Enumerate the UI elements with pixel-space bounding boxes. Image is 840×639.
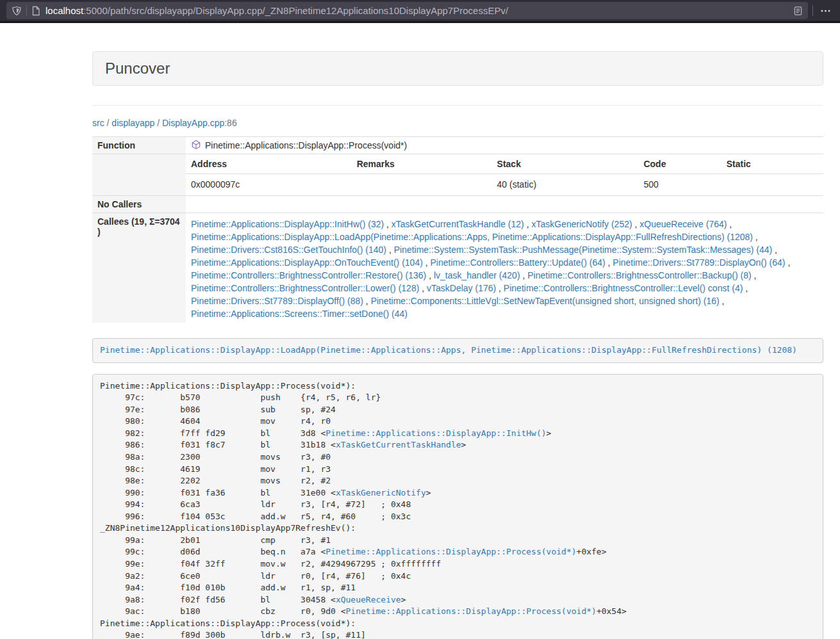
asm-link[interactable]: xTaskGenericNotify [336,488,426,497]
urlbar-divider [26,5,27,16]
breadcrumb-text: :86 [224,118,236,128]
callee-link[interactable]: Pinetime::Components::LittleVgl::SetNewT… [371,296,720,306]
breadcrumb: src / displayapp / DisplayApp.cpp:86 [92,118,823,128]
callee-link[interactable]: lv_task_handler (420) [434,270,520,280]
breadcrumb-text: / [154,118,162,128]
callee-link[interactable]: Pinetime::Controllers::BrightnessControl… [504,283,743,293]
callee-link[interactable]: Pinetime::Applications::DisplayApp::Load… [191,232,753,242]
asm-text: 9ae: f89d 300b ldrb.w r3, [sp, #11] [100,630,366,639]
url-host: localhost [45,5,83,16]
asm-text: _ZN8Pinetime12Applications10DisplayApp7R… [100,523,356,533]
stats-table: AddressRemarksStackCodeStatic 0x0000097c… [186,154,823,195]
callee-separator-text: , [419,283,427,293]
highlighted-callee-link[interactable]: Pinetime::Applications::DisplayApp::Load… [100,345,797,355]
callee-separator-text: , [384,219,391,229]
callee-separator-text: , [752,270,757,280]
breadcrumb-link[interactable]: src [92,118,104,128]
stats-cell: AddressRemarksStackCodeStatic 0x0000097c… [186,154,823,196]
function-name: Pinetime::Applications::DisplayApp::Proc… [205,140,407,150]
function-name-cell: Pinetime::Applications::DisplayApp::Proc… [186,137,823,154]
asm-text: > [547,428,552,438]
function-row: Function Pinetime::Applications::Display… [92,137,823,154]
reader-view-icon[interactable] [793,6,803,16]
callers-row: No Callers [92,196,823,213]
stats-row-label [92,154,186,196]
asm-text: Pinetime::Applications::DisplayApp::Proc… [100,381,356,391]
callee-link[interactable]: Pinetime::Drivers::St7789::DisplayOn() (… [613,257,785,268]
site-header-panel: Puncover [92,51,823,86]
callee-link[interactable]: vTaskDelay (176) [427,283,496,293]
url-bar[interactable]: localhost:5000/path/src/displayapp/Displ… [6,2,808,19]
page-title[interactable]: Puncover [105,60,170,77]
callee-link[interactable]: Pinetime::Controllers::Battery::Update()… [431,257,605,268]
no-callers-label: No Callers [92,196,186,213]
asm-link[interactable]: Pinetime::Applications::DisplayApp::Proc… [325,547,576,556]
asm-text: 98a: 2300 movs r3, #0 [100,452,331,462]
callee-link[interactable]: Pinetime::Applications::DisplayApp::Init… [191,219,384,229]
callee-link[interactable]: xTaskGenericNotify (252) [531,219,632,229]
stats-value [352,174,492,196]
asm-text: > [426,488,431,497]
stats-value: 500 [638,174,721,196]
stats-column-header: Static [721,154,823,174]
callee-separator-text: , [524,219,532,229]
callee-separator-text: , [386,245,394,255]
function-detail-table: Function Pinetime::Applications::Display… [92,136,823,323]
callee-separator-text: , [520,270,528,280]
asm-link[interactable]: Pinetime::Applications::DisplayApp::Init… [325,428,546,438]
url-path: :5000/path/src/displayapp/DisplayApp.cpp… [83,5,508,16]
callee-link[interactable]: xQueueReceive (764) [639,219,727,229]
asm-link[interactable]: Pinetime::Applications::DisplayApp::Proc… [346,606,597,616]
page-info-icon[interactable] [31,6,40,16]
breadcrumb-link[interactable]: displayapp [111,118,154,128]
callee-link[interactable]: Pinetime::Drivers::Cst816S::GetTouchInfo… [191,245,386,255]
asm-text: 98e: 2202 movs r2, #2 [100,476,331,485]
url-text[interactable]: localhost:5000/path/src/displayapp/Displ… [45,5,793,16]
callee-link[interactable]: Pinetime::Drivers::St7789::DisplayOff() … [191,296,363,306]
stats-header-row: AddressRemarksStackCodeStatic [186,154,823,174]
asm-text: 982: f7ff fd29 bl 3d8 < [100,428,325,438]
package-icon [191,140,201,150]
asm-text: 9ac: b180 cbz r0, 9d0 < [100,606,346,616]
callers-cell [186,196,823,213]
callee-separator-text: , [743,283,748,293]
callee-link[interactable]: Pinetime::Controllers::BrightnessControl… [191,270,426,280]
asm-text: 9a2: 6ce0 ldr r0, [r4, #76] ; 0x4c [100,571,411,581]
disassembly-listing: Pinetime::Applications::DisplayApp::Proc… [92,374,823,639]
asm-link[interactable]: xQueueReceive [336,595,401,604]
callees-label: Callees (19, Σ=3704 ) [92,213,186,323]
asm-text: +0x54> [597,606,627,616]
callee-link[interactable]: Pinetime::Applications::Screens::Timer::… [191,309,408,319]
callees-list: Pinetime::Applications::DisplayApp::Init… [186,213,823,323]
asm-link[interactable]: xTaskGetCurrentTaskHandle [336,440,461,449]
callee-separator-text: , [605,257,613,268]
toolbar-divider [812,5,813,16]
callee-separator-text: , [496,283,504,293]
page-content: Puncover src / displayapp / DisplayApp.c… [92,51,823,639]
callee-link[interactable]: Pinetime::Controllers::BrightnessControl… [191,283,419,293]
callee-link[interactable]: Pinetime::Applications::DisplayApp::OnTo… [191,257,423,268]
callee-separator-text: , [720,296,725,306]
asm-text: 99a: 2b01 cmp r3, #1 [100,535,331,545]
stats-column-header: Address [186,154,352,174]
stats-column-header: Code [638,154,721,174]
callee-separator-text: , [772,245,777,255]
stats-row: AddressRemarksStackCodeStatic 0x0000097c… [92,154,823,196]
callee-link[interactable]: xTaskGetCurrentTaskHandle (12) [391,219,524,229]
function-row-label: Function [92,137,186,154]
callee-link[interactable]: Pinetime::System::SystemTask::PushMessag… [394,245,773,255]
stats-column-header: Remarks [352,154,492,174]
callee-separator-text: , [786,257,791,268]
divider [92,105,823,106]
shield-icon[interactable] [12,6,22,16]
more-menu-icon[interactable] [820,6,831,16]
asm-text: 9a4: f10d 010b add.w r1, sp, #11 [100,583,356,592]
stats-value [721,174,823,196]
callee-separator-text: , [423,257,431,268]
callee-link[interactable]: Pinetime::Controllers::BrightnessControl… [527,270,751,280]
callee-separator-text: , [632,219,640,229]
breadcrumb-link[interactable]: DisplayApp.cpp [162,118,224,128]
stats-value: 40 (static) [492,174,639,196]
asm-text: 99e: f04f 32ff mov.w r2, #4294967295 ; 0… [100,559,441,569]
stats-column-header: Stack [492,154,639,174]
